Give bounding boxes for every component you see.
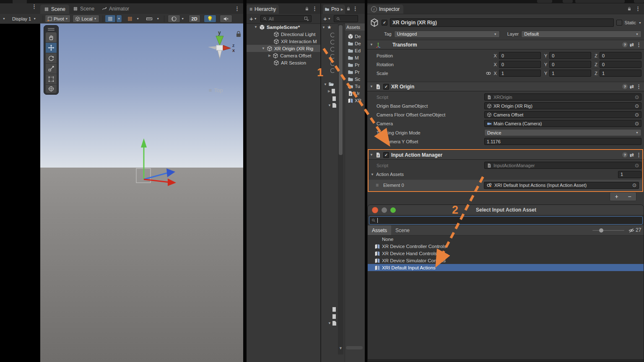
shading-mode-button[interactable] — [168, 15, 180, 23]
folder-tree-item-cropped[interactable]: ▼ — [328, 321, 336, 326]
project-scrollbar-thumb[interactable] — [339, 25, 343, 155]
popup-item-selected[interactable]: XRI Default Input Actions — [368, 264, 644, 271]
tab-animator[interactable]: Animator — [98, 3, 133, 14]
local-toggle-button[interactable]: Local ▼ — [73, 15, 99, 23]
popup-search-input[interactable] — [369, 216, 643, 225]
position-y-field[interactable]: 0 — [549, 52, 591, 59]
object-picker-icon[interactable]: ⊙ — [635, 121, 639, 127]
lock-icon[interactable] — [346, 6, 351, 11]
remove-element-button[interactable]: − — [628, 193, 631, 200]
tab-hierarchy[interactable]: ≡ Hierarchy — [247, 5, 279, 14]
xr-origin-header[interactable]: ▼ ✓ XR Origin ? ⇄ ⋮ — [367, 82, 644, 91]
position-z-field[interactable]: 0 — [600, 52, 641, 59]
favorites-foldout[interactable]: ▼ ★ — [322, 24, 332, 30]
2d-toggle-button[interactable]: 2D — [189, 15, 200, 23]
game-tab-menu-icon[interactable]: ⋮ — [31, 3, 37, 14]
folder-tree-item-cropped[interactable] — [332, 307, 336, 312]
rotation-y-field[interactable]: 0 — [549, 61, 591, 68]
rotate-tool-button[interactable] — [46, 53, 57, 63]
project-search-input[interactable] — [334, 15, 358, 22]
move-gizmo[interactable] — [126, 138, 180, 189]
hierarchy-search-input[interactable]: All — [260, 15, 312, 22]
assets-column-header[interactable]: Assets — [345, 23, 365, 31]
static-dropdown-icon[interactable]: ▼ — [639, 21, 641, 24]
scale-y-field[interactable]: 1 — [549, 70, 591, 77]
presets-icon[interactable]: ⇄ — [630, 84, 634, 90]
project-create-button[interactable]: + ▼ — [322, 15, 332, 23]
thumbnail-size-slider-track[interactable] — [592, 230, 624, 231]
hierarchy-menu-icon[interactable]: ⋮ — [312, 5, 317, 12]
popup-item-none[interactable]: None — [368, 235, 644, 243]
foldout-collapsed-icon[interactable]: ▶ — [268, 54, 271, 57]
hierarchy-create-button[interactable]: + ▼ — [248, 15, 259, 23]
scroll-down-arrow[interactable]: ▼ — [339, 346, 343, 350]
object-picker-icon[interactable]: ⊙ — [635, 112, 639, 118]
asset-item[interactable]: XR — [348, 98, 361, 103]
tracking-origin-mode-dropdown[interactable]: Device▼ — [484, 129, 641, 136]
scale-z-field[interactable]: 1 — [600, 70, 641, 77]
camera-floor-offset-field[interactable]: Camera Offset ⊙ — [484, 111, 641, 118]
shading-mode-dropdown[interactable]: ▼ — [180, 15, 185, 23]
scene-tab-menu-icon[interactable]: ⋮ — [234, 5, 240, 12]
add-element-button[interactable]: + — [615, 193, 618, 200]
hand-tool-button[interactable] — [46, 32, 57, 42]
asset-item[interactable]: Pr — [348, 69, 360, 75]
asset-item[interactable]: Ur — [348, 90, 360, 96]
help-icon[interactable]: ? — [622, 84, 628, 89]
inspector-menu-icon[interactable]: ⋮ — [635, 5, 641, 12]
popup-tab-assets[interactable]: Assets — [368, 225, 391, 235]
measure-tool-button[interactable] — [143, 15, 156, 23]
rotation-z-field[interactable]: 0 — [600, 61, 641, 68]
camera-y-offset-field[interactable]: 1.1176 — [484, 138, 641, 145]
asset-item[interactable]: Sc — [348, 76, 360, 82]
display-dropdown[interactable]: Display 1 ▼ — [10, 15, 39, 23]
assets-hscrollbar[interactable] — [346, 346, 363, 349]
scale-x-field[interactable]: 1 — [499, 70, 541, 77]
thumbnail-size-slider-knob[interactable] — [599, 228, 603, 233]
project-menu-icon[interactable]: ⋮ — [353, 5, 358, 12]
asset-item[interactable]: M — [348, 55, 359, 61]
palette-drag-handle[interactable] — [48, 28, 55, 29]
measure-tool-dropdown[interactable]: ▼ — [156, 15, 161, 23]
position-x-field[interactable]: 0 — [499, 52, 541, 59]
snap-increment-button[interactable] — [125, 15, 135, 23]
object-picker-icon[interactable]: ⊙ — [635, 94, 639, 100]
origin-base-field[interactable]: XR Origin (XR Rig) ⊙ — [484, 102, 641, 109]
scene-audio-button[interactable] — [220, 15, 232, 23]
asset-item[interactable]: Ed — [348, 48, 361, 54]
lock-icon[interactable] — [304, 6, 309, 11]
presets-icon[interactable]: ⇄ — [630, 42, 634, 48]
asset-item[interactable]: Pr — [348, 62, 360, 68]
scene-viewport[interactable]: y z x ≡ Top — [40, 23, 243, 362]
popup-titlebar[interactable]: Select Input Action Asset — [368, 205, 644, 215]
scale-tool-button[interactable] — [46, 64, 57, 74]
project-scrollbar-track[interactable] — [338, 23, 343, 354]
tab-scene-2[interactable]: Scene — [69, 3, 98, 14]
gameobject-name-field[interactable]: XR Origin (XR Rig) — [390, 18, 614, 27]
grid-snapping-dropdown[interactable]: ▼ — [116, 15, 122, 23]
palette-drag-handle[interactable] — [48, 30, 55, 31]
folder-tree-item-cropped[interactable]: ▶ — [328, 89, 335, 93]
lock-icon[interactable] — [627, 6, 632, 11]
popup-item[interactable]: XR Device Controller Controls — [368, 243, 644, 250]
rect-tool-button[interactable] — [46, 74, 57, 84]
foldout-icon[interactable]: ▼ — [370, 43, 373, 47]
foldout-icon[interactable]: ▼ — [262, 47, 265, 50]
rotation-x-field[interactable]: 0 — [499, 61, 541, 68]
foldout-icon[interactable]: ▼ — [370, 85, 373, 88]
orientation-gizmo[interactable]: y z x — [206, 28, 243, 62]
popup-item[interactable]: XR Device Hand Controls — [368, 250, 644, 257]
assets-root-foldout[interactable]: ▼ — [324, 81, 334, 87]
scene-lighting-button[interactable]: 💡 — [204, 15, 216, 23]
component-enabled-checkbox[interactable]: ✓ — [383, 84, 389, 90]
link-scale-icon[interactable] — [486, 70, 491, 76]
script-field[interactable]: XROrigin ⊙ — [484, 93, 641, 101]
pivot-toggle-button[interactable]: Pivot ▼ — [45, 15, 70, 23]
folder-tree-item-cropped[interactable] — [332, 96, 336, 101]
popup-item[interactable]: XR Device Simulator Controls — [368, 257, 644, 264]
help-icon[interactable]: ? — [622, 42, 628, 47]
move-tool-button[interactable] — [46, 43, 57, 53]
tree-row-scene[interactable]: ▼ SampleScene* ⋮ — [247, 23, 328, 31]
transform-tool-button[interactable] — [46, 85, 57, 93]
component-menu-icon[interactable]: ⋮ — [636, 83, 641, 90]
